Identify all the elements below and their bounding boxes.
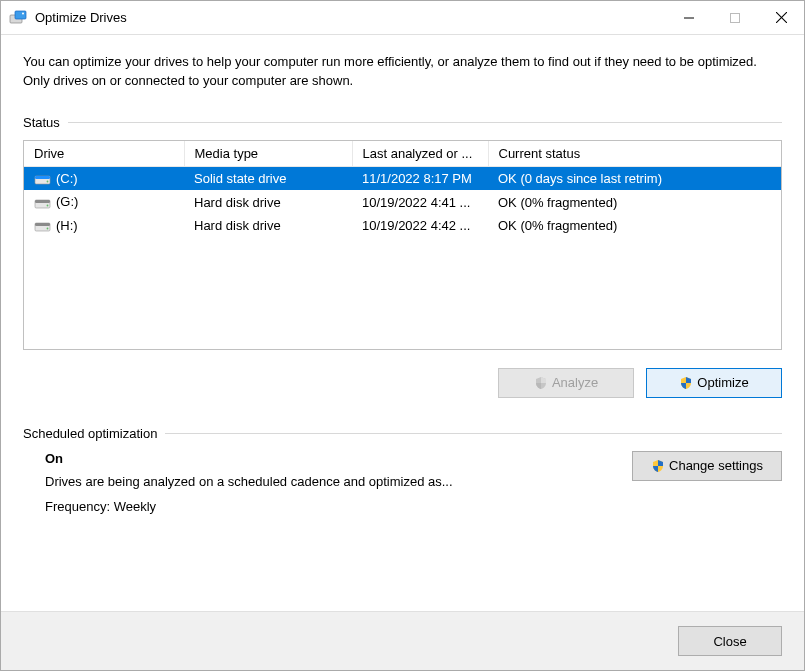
drive-label: (H:) — [56, 218, 78, 233]
divider — [165, 433, 782, 434]
scheduled-description: Drives are being analyzed on a scheduled… — [45, 474, 612, 489]
divider — [68, 122, 782, 123]
app-icon — [9, 9, 27, 27]
cell-media-type: Hard disk drive — [184, 214, 352, 238]
titlebar: Optimize Drives — [1, 1, 804, 35]
cell-current-status: OK (0% fragmented) — [488, 190, 781, 214]
cell-current-status: OK (0% fragmented) — [488, 214, 781, 238]
description-text: You can optimize your drives to help you… — [23, 53, 782, 91]
drive-label: (G:) — [56, 194, 78, 209]
cell-last-analyzed: 10/19/2022 4:42 ... — [352, 214, 488, 238]
maximize-button — [712, 1, 758, 34]
table-row[interactable]: (H:)Hard disk drive10/19/2022 4:42 ...OK… — [24, 214, 781, 238]
action-buttons: Analyze Optimize — [23, 368, 782, 398]
scheduled-frequency: Frequency: Weekly — [45, 499, 612, 514]
scheduled-body: On Drives are being analyzed on a schedu… — [23, 451, 782, 514]
scheduled-section-header: Scheduled optimization — [23, 426, 782, 441]
analyze-button: Analyze — [498, 368, 634, 398]
svg-point-9 — [47, 181, 49, 183]
cell-current-status: OK (0 days since last retrim) — [488, 166, 781, 190]
change-settings-label: Change settings — [669, 458, 763, 473]
drive-list[interactable]: Drive Media type Last analyzed or ... Cu… — [23, 140, 782, 350]
status-section-header: Status — [23, 115, 782, 130]
drive-icon — [34, 172, 52, 186]
col-current-status[interactable]: Current status — [488, 141, 781, 167]
scheduled-text: On Drives are being analyzed on a schedu… — [23, 451, 612, 514]
svg-rect-14 — [35, 223, 50, 226]
close-window-button[interactable] — [758, 1, 804, 34]
svg-point-2 — [22, 12, 24, 14]
table-header-row: Drive Media type Last analyzed or ... Cu… — [24, 141, 781, 167]
svg-point-12 — [47, 204, 49, 206]
table-row[interactable]: (G:)Hard disk drive10/19/2022 4:41 ...OK… — [24, 190, 781, 214]
status-label: Status — [23, 115, 60, 130]
drive-icon — [34, 196, 52, 210]
window-controls — [666, 1, 804, 34]
close-button[interactable]: Close — [678, 626, 782, 656]
col-media-type[interactable]: Media type — [184, 141, 352, 167]
svg-rect-11 — [35, 200, 50, 203]
scheduled-on-label: On — [45, 451, 612, 466]
svg-rect-1 — [15, 11, 26, 19]
optimize-label: Optimize — [697, 375, 748, 390]
optimize-drives-window: Optimize Drives You can optimize your dr… — [0, 0, 805, 671]
col-last-analyzed[interactable]: Last analyzed or ... — [352, 141, 488, 167]
change-settings-button[interactable]: Change settings — [632, 451, 782, 481]
cell-drive: (H:) — [24, 214, 184, 238]
cell-media-type: Hard disk drive — [184, 190, 352, 214]
content-area: You can optimize your drives to help you… — [1, 35, 804, 611]
scheduled-label: Scheduled optimization — [23, 426, 157, 441]
cell-drive: (G:) — [24, 190, 184, 214]
close-label: Close — [713, 634, 746, 649]
shield-icon — [534, 376, 548, 390]
cell-last-analyzed: 11/1/2022 8:17 PM — [352, 166, 488, 190]
cell-last-analyzed: 10/19/2022 4:41 ... — [352, 190, 488, 214]
window-title: Optimize Drives — [35, 10, 666, 25]
drive-icon — [34, 219, 52, 233]
svg-point-15 — [47, 228, 49, 230]
footer: Close — [1, 611, 804, 670]
drive-label: (C:) — [56, 171, 78, 186]
cell-drive: (C:) — [24, 166, 184, 190]
shield-icon — [679, 376, 693, 390]
shield-icon — [651, 459, 665, 473]
optimize-button[interactable]: Optimize — [646, 368, 782, 398]
cell-media-type: Solid state drive — [184, 166, 352, 190]
col-drive[interactable]: Drive — [24, 141, 184, 167]
svg-rect-8 — [35, 176, 50, 179]
svg-rect-4 — [731, 13, 740, 22]
analyze-label: Analyze — [552, 375, 598, 390]
minimize-button[interactable] — [666, 1, 712, 34]
table-row[interactable]: (C:)Solid state drive11/1/2022 8:17 PMOK… — [24, 166, 781, 190]
